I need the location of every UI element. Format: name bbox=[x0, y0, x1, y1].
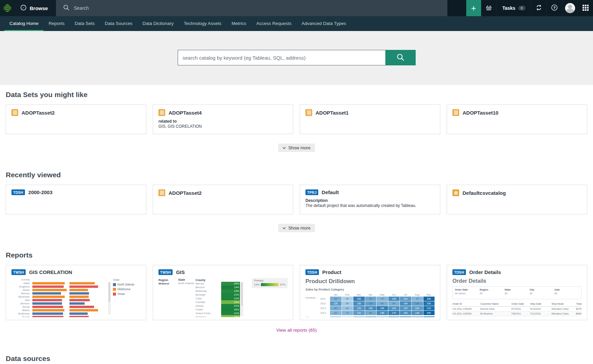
table-icon bbox=[11, 109, 18, 116]
card-title[interactable]: Default bbox=[322, 189, 339, 195]
heat-cell: 7K bbox=[412, 297, 423, 301]
nav-tab-reports[interactable]: Reports bbox=[43, 16, 69, 31]
heat-cell: 10K bbox=[412, 301, 423, 306]
card-title[interactable]: ADOPTasset1 bbox=[316, 110, 349, 116]
section-reports: Reports TWSHGIS CORELATIONCountyAdairAng… bbox=[6, 251, 587, 333]
report-card[interactable]: TDSHProductProduct DrilldownSales by Pro… bbox=[300, 265, 440, 320]
heat-cell: 15K bbox=[353, 297, 365, 301]
browse-button[interactable]: Browse bbox=[15, 0, 56, 16]
table-row: CA-2011-100090Ed Braxton7/8/20117/12/201… bbox=[452, 311, 582, 316]
section-title-datasets: Data Sets you might like bbox=[6, 91, 587, 99]
recent-card[interactable]: Defaultcsvcatalog bbox=[447, 185, 587, 214]
heat-cell: 20K bbox=[423, 301, 435, 306]
nav-tab-technology-assets[interactable]: Technology Assets bbox=[179, 16, 227, 31]
card-title[interactable]: Defaultcsvcatalog bbox=[463, 190, 506, 196]
nav-tab-data-sources[interactable]: Data Sources bbox=[100, 16, 138, 31]
sync-button[interactable] bbox=[531, 0, 546, 16]
card-title[interactable]: Product bbox=[322, 269, 342, 275]
card-title[interactable]: ADOPTasset2 bbox=[169, 190, 202, 196]
recent-card[interactable]: ADOPTasset2 bbox=[153, 185, 293, 214]
heat-cell: 15K bbox=[377, 306, 388, 310]
heat-cell: 12K bbox=[353, 306, 365, 310]
bar bbox=[69, 309, 98, 311]
nav-tab-catalog-home[interactable]: Catalog Home bbox=[4, 16, 43, 31]
heat-cell: 30K bbox=[423, 311, 435, 315]
show-more-recent-button[interactable]: Show more bbox=[278, 224, 315, 232]
thumb-title: Order Details bbox=[452, 278, 582, 284]
recent-card[interactable]: TDSH2000-2003 bbox=[6, 185, 146, 214]
basket-button[interactable] bbox=[481, 0, 497, 16]
compass-icon bbox=[20, 4, 27, 12]
scrollbar[interactable] bbox=[241, 282, 243, 316]
show-more-datasets-button[interactable]: Show more bbox=[278, 144, 315, 152]
card-title[interactable]: Order Details bbox=[469, 269, 501, 275]
help-icon: ? bbox=[551, 4, 558, 12]
apps-grid-button[interactable] bbox=[577, 0, 593, 16]
global-search-placeholder: Search bbox=[74, 5, 89, 11]
nav-tab-advanced-data-types[interactable]: Advanced Data Types bbox=[297, 16, 351, 31]
heat-cell: 21K bbox=[423, 316, 435, 317]
section-title-reports: Reports bbox=[6, 251, 587, 259]
heat-cell: 13K bbox=[388, 316, 400, 317]
recent-card[interactable]: TPRJDefaultDescriptionThe default projec… bbox=[300, 185, 440, 214]
card-title[interactable]: ADOPTasset10 bbox=[463, 110, 498, 116]
heat-cell: 8K bbox=[388, 301, 400, 306]
grid-icon bbox=[583, 5, 589, 12]
dataset-card[interactable]: ADOPTasset4related toGIS, GIS CORELATION bbox=[153, 104, 293, 134]
report-thumbnail: Product DrilldownSales by Product Catego… bbox=[305, 278, 435, 317]
bar bbox=[32, 312, 63, 315]
report-thumbnail: RegionStateCountyMidwestNorth DakotaBarn… bbox=[158, 278, 288, 317]
heat-cell: 13K bbox=[388, 297, 400, 301]
bar bbox=[69, 312, 88, 315]
report-card[interactable]: TWSHGIS CORELATIONCountyAdairAngelinaAto… bbox=[6, 265, 146, 320]
report-card[interactable]: TWSHGISRegionStateCountyMidwestNorth Dak… bbox=[153, 265, 293, 320]
schema-icon bbox=[452, 189, 459, 196]
dataset-card[interactable]: ADOPTasset2 bbox=[6, 104, 146, 134]
asset-type-badge: TDSH bbox=[305, 269, 319, 275]
recent-grid: TDSH2000-2003ADOPTasset2TPRJDefaultDescr… bbox=[6, 185, 587, 214]
section-title-datasources: Data sources bbox=[6, 355, 587, 363]
heat-cell: 11K bbox=[353, 311, 365, 315]
nav-tab-metrics[interactable]: Metrics bbox=[227, 16, 251, 31]
app-logo[interactable] bbox=[0, 0, 15, 16]
tasks-button[interactable]: Tasks 0 bbox=[497, 0, 531, 16]
heat-cell: 7K bbox=[377, 297, 388, 301]
nav-tab-data-sets[interactable]: Data Sets bbox=[70, 16, 100, 31]
bar-chart-thumb: CountyAdairAngelinaAtokaBarnesBeckhamBel… bbox=[11, 278, 141, 317]
report-card[interactable]: TDSHOrder DetailsOrder DetailsOrder Date… bbox=[447, 265, 587, 320]
nav-tab-access-requests[interactable]: Access Requests bbox=[251, 16, 296, 31]
compose-button[interactable]: + bbox=[466, 0, 481, 16]
primary-nav: Catalog HomeReportsData SetsData Sources… bbox=[0, 16, 593, 31]
bar bbox=[32, 302, 62, 305]
user-menu-button[interactable] bbox=[562, 0, 577, 16]
card-title[interactable]: ADOPTasset4 bbox=[169, 110, 202, 116]
section-datasets: Data Sets you might like ADOPTasset2ADOP… bbox=[6, 91, 587, 152]
bar bbox=[32, 316, 63, 317]
dataset-card[interactable]: ADOPTasset1 bbox=[300, 104, 440, 134]
view-all-reports-link[interactable]: View all reports (65) bbox=[276, 328, 317, 333]
table-icon bbox=[305, 109, 312, 116]
sync-icon bbox=[535, 4, 542, 12]
catalog-search-input[interactable] bbox=[178, 50, 385, 65]
card-title[interactable]: GIS bbox=[176, 269, 185, 275]
bar bbox=[32, 309, 64, 311]
chevron-down-icon bbox=[283, 227, 286, 229]
datasets-grid: ADOPTasset2ADOPTasset4related toGIS, GIS… bbox=[6, 104, 587, 134]
card-title[interactable]: 2000-2003 bbox=[28, 189, 53, 195]
card-sub-value: GIS, GIS CORELATION bbox=[158, 124, 288, 129]
help-button[interactable]: ? bbox=[546, 0, 562, 16]
global-search[interactable]: Search bbox=[56, 0, 447, 16]
heat-cell: 9K bbox=[365, 297, 377, 301]
catalog-search-button[interactable] bbox=[385, 50, 416, 65]
nav-tab-data-dictionary[interactable]: Data Dictionary bbox=[138, 16, 179, 31]
card-sub-value: The default project that was automatical… bbox=[305, 203, 435, 208]
dataset-card[interactable]: ADOPTasset10 bbox=[447, 104, 587, 134]
card-title[interactable]: ADOPTasset2 bbox=[22, 110, 55, 116]
card-title[interactable]: GIS CORELATION bbox=[29, 269, 72, 275]
heat-cell: 12K bbox=[388, 306, 400, 310]
table-row: CA-2011-100006Dennis Kane9/7/20119/13/20… bbox=[452, 307, 582, 311]
heat-cell: 4K bbox=[342, 306, 353, 310]
scrollbar[interactable] bbox=[108, 282, 111, 314]
chart-legend: StateNorth DakotaOklahomaTexas bbox=[112, 278, 141, 317]
heat-cell: 12K bbox=[330, 301, 342, 306]
